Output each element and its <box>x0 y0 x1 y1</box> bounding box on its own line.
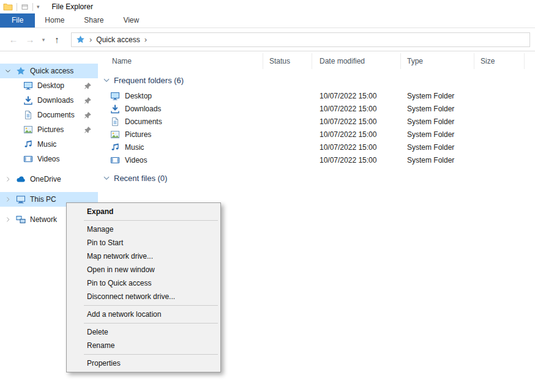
menu-item-pin-to-start[interactable]: Pin to Start <box>67 236 220 250</box>
window-title: File Explorer <box>52 2 93 11</box>
quick-access-icon <box>16 66 26 76</box>
group-label: Recent files (0) <box>114 174 167 183</box>
pin-icon <box>84 97 92 105</box>
file-date-modified: 10/07/2022 15:00 <box>312 143 401 152</box>
file-type: System Folder <box>401 92 474 100</box>
network-icon <box>16 215 26 224</box>
file-type: System Folder <box>401 105 474 113</box>
table-row-downloads[interactable]: Downloads 10/07/2022 15:00 System Folder <box>98 102 535 115</box>
menu-item-add-network-location[interactable]: Add a network location <box>67 308 220 321</box>
documents-icon <box>110 117 120 127</box>
column-header-type[interactable]: Type <box>401 53 474 69</box>
sidebar-item-pictures[interactable]: Pictures <box>0 122 98 137</box>
column-header-name[interactable]: Name <box>98 53 263 69</box>
sidebar-item-label: Network <box>30 215 57 224</box>
explorer-logo-icon <box>3 2 13 12</box>
menu-separator <box>84 220 218 221</box>
onedrive-icon <box>16 174 26 184</box>
menu-separator <box>84 305 218 306</box>
pin-icon <box>84 111 92 119</box>
table-row-documents[interactable]: Documents 10/07/2022 15:00 System Folder <box>98 115 535 128</box>
menu-item-delete[interactable]: Delete <box>67 325 220 339</box>
menu-item-disconnect-network-drive[interactable]: Disconnect network drive... <box>67 290 220 303</box>
sidebar-item-label: Downloads <box>37 96 73 105</box>
downloads-icon <box>110 104 120 114</box>
table-row-music[interactable]: Music 10/07/2022 15:00 System Folder <box>98 141 535 153</box>
address-bar[interactable]: › Quick access › <box>71 32 530 47</box>
file-name: Downloads <box>125 105 161 113</box>
up-icon[interactable]: ↑ <box>50 34 64 45</box>
file-date-modified: 10/07/2022 15:00 <box>312 156 401 165</box>
breadcrumb-chevron-icon[interactable]: › <box>144 35 147 44</box>
file-name: Pictures <box>125 130 151 139</box>
recent-locations-dropdown-icon[interactable]: ▾ <box>39 37 48 43</box>
tab-view[interactable]: View <box>113 13 149 28</box>
menu-item-map-network-drive[interactable]: Map network drive... <box>67 250 220 263</box>
sidebar-item-music[interactable]: Music <box>0 137 98 152</box>
back-icon[interactable]: ← <box>6 34 21 45</box>
menu-item-properties[interactable]: Properties <box>67 357 220 370</box>
sidebar-item-onedrive[interactable]: OneDrive <box>0 172 98 187</box>
group-header-frequent-folders[interactable]: Frequent folders (6) <box>103 74 535 86</box>
file-name: Music <box>125 143 144 152</box>
desktop-icon <box>23 81 33 91</box>
file-name: Documents <box>125 117 162 126</box>
file-date-modified: 10/07/2022 15:00 <box>312 130 401 139</box>
menu-item-manage[interactable]: Manage <box>67 223 220 236</box>
quick-access-location-icon <box>76 35 85 44</box>
column-headers: Name Status Date modified Type Size <box>98 53 535 69</box>
menu-item-rename[interactable]: Rename <box>67 339 220 352</box>
group-header-recent-files[interactable]: Recent files (0) <box>103 172 535 184</box>
file-date-modified: 10/07/2022 15:00 <box>312 105 401 113</box>
titlebar: ▾ File Explorer <box>0 0 535 13</box>
menu-item-expand[interactable]: Expand <box>67 205 220 218</box>
tab-share[interactable]: Share <box>74 13 113 28</box>
breadcrumb-chevron-icon[interactable]: › <box>89 35 92 44</box>
sidebar-item-videos[interactable]: Videos <box>0 152 98 166</box>
group-label: Frequent folders (6) <box>114 76 184 85</box>
sidebar-item-label: Pictures <box>37 125 64 134</box>
music-icon <box>110 142 120 152</box>
column-header-size[interactable]: Size <box>474 53 525 69</box>
chevron-right-icon[interactable] <box>5 176 16 183</box>
menu-item-pin-to-quick-access[interactable]: Pin to Quick access <box>67 276 220 290</box>
file-type: System Folder <box>401 156 474 165</box>
file-type: System Folder <box>401 117 474 126</box>
toolbar-divider <box>32 3 33 11</box>
sidebar-item-documents[interactable]: Documents <box>0 108 98 122</box>
column-header-status[interactable]: Status <box>263 53 312 69</box>
desktop-icon <box>110 91 120 101</box>
file-name: Desktop <box>125 92 152 100</box>
pictures-icon <box>23 125 33 135</box>
menu-item-open-in-new-window[interactable]: Open in new window <box>67 263 220 276</box>
column-header-date-modified[interactable]: Date modified <box>312 53 401 69</box>
videos-icon <box>23 154 33 164</box>
table-row-videos[interactable]: Videos 10/07/2022 15:00 System Folder <box>98 153 535 166</box>
toolbar-divider <box>17 3 17 11</box>
pin-icon <box>84 82 92 90</box>
ribbon-tabs: File Home Share View <box>0 13 535 28</box>
forward-icon[interactable]: → <box>23 34 37 45</box>
sidebar-item-desktop[interactable]: Desktop <box>0 78 98 93</box>
quick-access-toolbar-icon[interactable] <box>21 3 29 11</box>
customize-toolbar-dropdown-icon[interactable]: ▾ <box>37 4 40 10</box>
breadcrumb[interactable]: Quick access <box>96 35 140 44</box>
sidebar-item-quick-access[interactable]: Quick access <box>0 64 98 78</box>
table-row-desktop[interactable]: Desktop 10/07/2022 15:00 System Folder <box>98 89 535 102</box>
sidebar-item-downloads[interactable]: Downloads <box>0 93 98 108</box>
sidebar-item-label: OneDrive <box>30 175 61 183</box>
chevron-down-icon[interactable] <box>103 174 110 182</box>
videos-icon <box>110 155 120 165</box>
sidebar-item-label: Music <box>37 140 56 149</box>
table-row-pictures[interactable]: Pictures 10/07/2022 15:00 System Folder <box>98 128 535 141</box>
chevron-down-icon[interactable] <box>5 68 16 75</box>
context-menu: Expand Manage Pin to Start Map network d… <box>66 202 221 372</box>
file-date-modified: 10/07/2022 15:00 <box>312 92 401 100</box>
chevron-down-icon[interactable] <box>103 76 110 84</box>
tab-file[interactable]: File <box>0 13 35 28</box>
chevron-right-icon[interactable] <box>5 216 16 223</box>
file-date-modified: 10/07/2022 15:00 <box>312 117 401 126</box>
sidebar-item-label: This PC <box>30 195 56 204</box>
chevron-right-icon[interactable] <box>5 196 16 203</box>
tab-home[interactable]: Home <box>35 13 74 28</box>
